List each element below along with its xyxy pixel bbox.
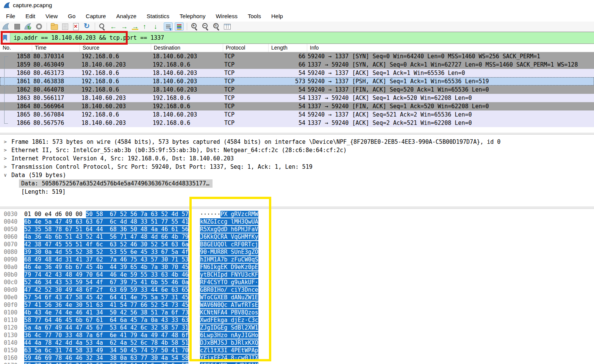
go-to-packet-icon[interactable]: → xyxy=(131,22,140,31)
resize-columns-icon[interactable] xyxy=(223,22,232,31)
hex-bytes[interactable]: 79 74 42 43 48 49 70 64 46 4e 59 55 33 6… xyxy=(24,271,188,278)
menu-view[interactable]: View xyxy=(43,12,60,20)
detail-row[interactable]: >Internet Protocol Version 4, Src: 192.1… xyxy=(0,154,594,163)
column-header-no[interactable]: No. xyxy=(0,44,32,52)
hex-row[interactable]: 01205a 4a 67 49 44 47 45 67 53 64 42 6c … xyxy=(0,324,594,331)
open-file-icon[interactable] xyxy=(50,22,59,31)
expander-arrow-icon[interactable]: > xyxy=(4,138,7,146)
packet-row-1863[interactable]: 186380.56611718.140.60.203192.168.0.6TCP… xyxy=(0,94,594,102)
hex-row[interactable]: 003001 00 e4 d6 00 00 50 58 67 52 56 7a … xyxy=(0,210,594,218)
hex-row[interactable]: 016059 46 69 78 46 46 32 34 38 0a 63 77 … xyxy=(0,354,594,362)
hex-row[interactable]: 015063 5a 6c 31 74 58 33 49 34 50 45 74 … xyxy=(0,347,594,354)
hex-row[interactable]: 00a046 4e 36 49 6b 67 45 4b 44 39 65 4b … xyxy=(0,263,594,271)
hex-bytes[interactable]: 52 35 58 78 67 51 64 44 68 36 50 48 4a 4… xyxy=(24,226,188,233)
zoom-in-icon[interactable]: + xyxy=(190,22,199,31)
hex-row[interactable]: 007042 38 47 45 55 51 4f 6c 63 52 46 30 … xyxy=(0,241,594,248)
hex-ascii[interactable]: 90·MUR8R SUnE3gZO xyxy=(200,248,258,256)
hex-ascii[interactable]: KCNtNFA4 PBV8Qzos xyxy=(200,309,258,316)
hex-ascii[interactable]: R5XxgQdD h6PHJFaV xyxy=(200,226,258,233)
zoom-original-icon[interactable]: = xyxy=(212,22,221,31)
hex-bytes[interactable]: 36 4c 77 70 33 48 7a 6f 6e 41 79 4a 49 4… xyxy=(24,331,188,339)
hex-ascii[interactable]: XwdFEkga djEz·C3c xyxy=(200,316,258,324)
detail-row[interactable]: Data: 50586752567a63524d576b4e5a47496363… xyxy=(0,179,594,188)
hex-bytes[interactable]: 63 5a 6c 31 74 58 33 49 34 50 45 74 57 5… xyxy=(24,347,188,354)
capture-start-icon[interactable] xyxy=(2,22,11,31)
hex-ascii[interactable]: ytBCHIpd FNYU3cKF xyxy=(200,271,258,278)
hex-row[interactable]: 00d047 42 52 30 49 48 6f 2f 63 69 59 33 … xyxy=(0,286,594,294)
detail-row[interactable]: [Length: 519] xyxy=(0,188,594,196)
menu-file[interactable]: File xyxy=(4,12,17,20)
hex-ascii[interactable]: J6KkQCRA VqGHMfKy xyxy=(200,233,258,241)
capture-stop-icon[interactable] xyxy=(13,22,22,31)
hex-ascii[interactable]: B8GEUQOl cRF0RTcj xyxy=(200,241,258,248)
hex-bytes[interactable]: 59 46 69 78 46 46 32 34 38 0a 63 77 30 4… xyxy=(24,354,188,362)
detail-row[interactable]: >Ethernet II, Src: IntelCor_55:ab:3b (b0… xyxy=(0,146,594,154)
hex-row[interactable]: 00604a 36 4b 6b 51 43 52 41 56 71 47 48 … xyxy=(0,233,594,241)
packet-row-1861[interactable]: 186180.463838192.168.0.618.140.60.203TCP… xyxy=(0,77,594,86)
hex-bytes[interactable]: 57 54 6f 43 47 58 45 42 64 41 4e 75 5a 5… xyxy=(24,294,188,301)
hex-ascii[interactable]: 6Lwp3Hzo nAyJIGHo xyxy=(200,331,258,339)
hex-ascii[interactable]: GBR0IHo/ ciY3Dnce xyxy=(200,286,258,294)
hex-bytes[interactable]: 52 46 34 43 53 59 54 4f 67 39 75 41 6b 5… xyxy=(24,278,188,286)
hex-row[interactable]: 00406b 4e 5a 47 49 63 63 67 6c 4d 48 33 … xyxy=(0,218,594,226)
filter-bookmark-button[interactable] xyxy=(0,32,10,44)
hex-ascii[interactable]: WToCGXEB dANuZW1E xyxy=(200,294,258,301)
colorize-icon[interactable] xyxy=(175,22,184,31)
menu-wireless[interactable]: Wireless xyxy=(213,12,240,20)
detail-row[interactable]: >Transmission Control Protocol, Src Port… xyxy=(0,163,594,171)
expander-arrow-icon[interactable]: > xyxy=(4,163,7,171)
capture-options-icon[interactable] xyxy=(34,22,44,31)
hex-bytes[interactable]: 39 30 0a 4d 55 52 38 52 53 55 6e 45 33 6… xyxy=(24,248,188,256)
menu-edit[interactable]: Edit xyxy=(23,12,38,20)
find-packet-icon[interactable] xyxy=(98,22,107,31)
hex-ascii[interactable]: ZJgIDGEg SdBl2XW1 xyxy=(200,324,258,331)
menu-telephony[interactable]: Telephony xyxy=(177,12,208,20)
hex-bytes[interactable]: 66 38 47 43 66 2f 42 52 67 66 64 44 6c 3… xyxy=(24,362,188,364)
packet-row-1859[interactable]: 185980.46304918.140.60.203192.168.0.6TCP… xyxy=(0,61,594,69)
hex-row[interactable]: 009068 49 48 4d 31 41 37 62 7a 46 75 43 … xyxy=(0,256,594,263)
menu-tools[interactable]: Tools xyxy=(245,12,263,20)
hex-ascii[interactable]: RF4CSYTO g9uAkUF· xyxy=(200,278,258,286)
hex-row[interactable]: 00f057 41 56 36 4e 30 51 63 41 54 77 66 … xyxy=(0,301,594,309)
hex-row[interactable]: 014044 4a 78 42 4d 4a 53 4a 62 4a 52 6c … xyxy=(0,339,594,347)
hex-ascii[interactable]: hIHM1A7b zFuCW0qS xyxy=(200,256,258,263)
hex-ascii[interactable]: WAV6N0Qc ATwfRTsE xyxy=(200,301,258,309)
hex-row[interactable]: 00b079 74 42 43 48 49 70 64 46 4e 59 55 … xyxy=(0,271,594,278)
hex-bytes[interactable]: 5a 4a 67 49 44 47 45 67 53 64 42 6c 32 5… xyxy=(24,324,188,331)
menu-capture[interactable]: Capture xyxy=(83,12,108,20)
hex-ascii[interactable]: f8GCf/BR gfdDl6lY xyxy=(200,362,258,364)
hex-ascii[interactable]: cZl1tX3I 4PEtWPAp xyxy=(200,347,258,354)
hex-row[interactable]: 017066 38 47 43 66 2f 42 52 67 66 64 44 … xyxy=(0,362,594,364)
pane-splitter-top[interactable] xyxy=(0,133,594,135)
hex-bytes[interactable]: 6b 4e 5a 47 49 63 63 67 6c 4d 48 33 51 7… xyxy=(24,218,188,226)
hex-bytes[interactable]: 46 4e 36 49 6b 67 45 4b 44 39 65 4b 7a 3… xyxy=(24,263,188,271)
hex-ascii[interactable]: kNZGIccg lMH3QwUA xyxy=(200,218,258,226)
packet-row-1860[interactable]: 186080.463173192.168.0.618.140.60.203TCP… xyxy=(0,69,594,77)
hex-bytes[interactable]: 4a 36 4b 6b 51 43 52 41 56 71 47 48 4d 6… xyxy=(24,233,188,241)
packet-row-1858[interactable]: 185880.370314192.168.0.618.140.60.203TCP… xyxy=(0,52,594,61)
menu-statistics[interactable]: Statistics xyxy=(144,12,172,20)
column-header-info[interactable]: Info xyxy=(307,44,594,52)
detail-row[interactable]: >Frame 1861: 573 bytes on wire (4584 bit… xyxy=(0,138,594,146)
packet-row-1864[interactable]: 186480.56696418.140.60.203192.168.0.6TCP… xyxy=(0,102,594,110)
hex-bytes[interactable]: 44 4a 78 42 4d 4a 53 4a 62 4a 52 6c 78 4… xyxy=(24,339,188,347)
hex-row[interactable]: 008039 30 0a 4d 55 52 38 52 53 55 6e 45 … xyxy=(0,248,594,256)
go-back-icon[interactable]: ← xyxy=(109,22,118,31)
column-header-protocol[interactable]: Protocol xyxy=(223,44,269,52)
expander-arrow-icon[interactable]: ∨ xyxy=(4,171,7,179)
hex-ascii[interactable]: FN6IkgEK D9eKz0pE xyxy=(200,263,258,271)
hex-bytes[interactable]: 58 77 64 46 45 6b 67 61 64 6a 45 7a 0a 4… xyxy=(24,316,188,324)
display-filter-input[interactable]: ip.addr == 18.140.60.203 && tcp.port == … xyxy=(14,34,164,41)
hex-row[interactable]: 00c052 46 34 43 53 59 54 4f 67 39 75 41 … xyxy=(0,278,594,286)
hex-bytes[interactable]: 4b 43 4e 74 4e 46 41 34 50 42 56 38 51 7… xyxy=(24,309,188,316)
hex-row[interactable]: 011058 77 64 46 45 6b 67 61 64 6a 45 7a … xyxy=(0,316,594,324)
menu-help[interactable]: Help xyxy=(269,12,285,20)
capture-restart-icon[interactable]: ↻ xyxy=(23,22,33,31)
packet-row-1866[interactable]: 186680.56757618.140.60.203192.168.0.6TCP… xyxy=(0,119,594,127)
hex-bytes[interactable]: 47 42 52 30 49 48 6f 2f 63 69 59 33 44 6… xyxy=(24,286,188,294)
reload-icon[interactable]: ↻ xyxy=(83,22,92,31)
column-header-destination[interactable]: Destination xyxy=(151,44,223,52)
hex-bytes[interactable]: 01 00 e4 d6 00 00 50 58 67 52 56 7a 63 5… xyxy=(24,210,189,218)
hex-row[interactable]: 00e057 54 6f 43 47 58 45 42 64 41 4e 75 … xyxy=(0,294,594,301)
menu-analyze[interactable]: Analyze xyxy=(114,12,139,20)
